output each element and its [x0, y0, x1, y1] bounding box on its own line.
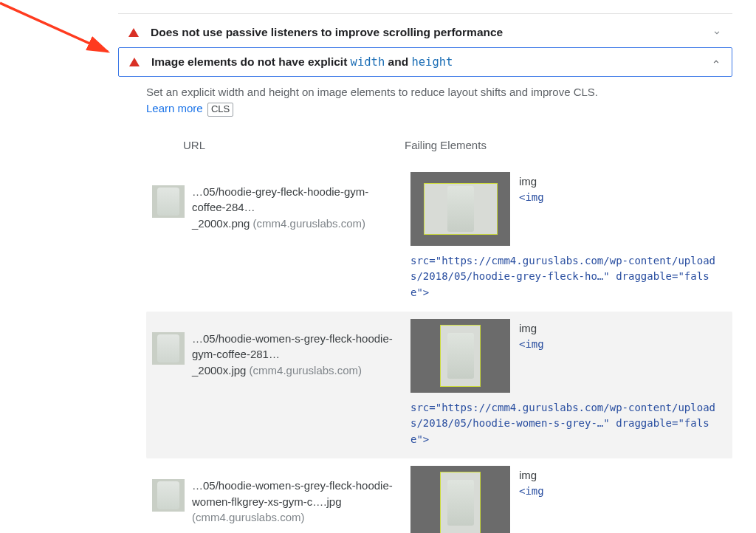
- audit-row-image-size[interactable]: Image elements do not have explicit widt…: [118, 47, 732, 77]
- url-thumbnail: [152, 479, 185, 512]
- url-thumbnail: [152, 332, 185, 365]
- cls-chip: CLS: [207, 103, 233, 117]
- url-cell: …05/hoodie-women-s-grey-fleck-hoodie-wom…: [192, 478, 410, 526]
- code-keyword-height: height: [411, 55, 453, 69]
- audit-row-passive-listeners[interactable]: Does not use passive listeners to improv…: [118, 18, 732, 47]
- audit-title: Does not use passive listeners to improv…: [151, 26, 712, 39]
- url-cell: …05/hoodie-grey-fleck-hoodie-gym-coffee-…: [192, 184, 410, 232]
- table-row: …05/hoodie-grey-fleck-hoodie-gym-coffee-…: [146, 165, 732, 312]
- column-header-failing: Failing Elements: [405, 139, 732, 151]
- url-domain: (cmm4.guruslabs.com): [253, 217, 366, 230]
- description-text: Set an explicit width and height on imag…: [146, 86, 598, 98]
- element-preview: [410, 172, 510, 246]
- warning-triangle-icon: [129, 58, 140, 66]
- element-source: src="https://cmm4.guruslabs.com/wp-conte…: [410, 253, 726, 301]
- url-domain: (cmm4.guruslabs.com): [192, 511, 305, 523]
- warning-triangle-icon: [128, 28, 139, 37]
- table-row: …05/hoodie-women-s-grey-fleck-hoodie-wom…: [146, 458, 732, 533]
- element-tag-open: <img: [519, 484, 544, 499]
- failing-elements-table: URL Failing Elements …05/hoodie-grey-fle…: [118, 123, 732, 533]
- failing-cell: img <img src="https://cmm4.guruslabs.com…: [410, 172, 726, 301]
- audit-title: Image elements do not have explicit widt…: [151, 55, 711, 69]
- audit-description: Set an explicit width and height on imag…: [118, 77, 732, 123]
- element-label: img: [519, 467, 544, 484]
- table-row: …05/hoodie-women-s-grey-fleck-hoodie-gym…: [146, 312, 732, 458]
- url-path: …05/hoodie-women-s-grey-fleck-hoodie-gym…: [192, 332, 393, 361]
- learn-more-link[interactable]: Learn more: [146, 102, 203, 114]
- title-text: Image elements do not have explicit: [151, 55, 351, 68]
- divider: [118, 13, 732, 14]
- element-preview: [410, 466, 510, 533]
- element-label: img: [519, 173, 544, 190]
- table-header-row: URL Failing Elements: [146, 139, 732, 151]
- code-keyword-width: width: [351, 55, 385, 69]
- element-source: src="https://cmm4.guruslabs.com/wp-conte…: [410, 400, 726, 448]
- element-preview: [410, 319, 510, 393]
- element-label: img: [519, 320, 544, 337]
- url-path: …05/hoodie-grey-fleck-hoodie-gym-coffee-…: [192, 185, 368, 214]
- title-text: and: [385, 55, 411, 68]
- url-thumbnail: [152, 185, 185, 218]
- column-header-url: URL: [146, 139, 405, 151]
- element-tag-open: <img: [519, 190, 544, 205]
- failing-cell: img <img src="https://cmm4.guruslabs.com…: [410, 319, 726, 448]
- url-domain: (cmm4.guruslabs.com): [250, 364, 362, 376]
- url-path: …05/hoodie-women-s-grey-fleck-hoodie-wom…: [192, 479, 393, 508]
- failing-cell: img <img src="https://cmm4.guruslabs.com…: [410, 466, 726, 533]
- url-filename: _2000x.jpg: [192, 364, 246, 376]
- chevron-down-icon: [712, 27, 722, 38]
- chevron-up-icon: [711, 57, 721, 67]
- url-filename: _2000x.png: [192, 217, 250, 230]
- element-tag-open: <img: [519, 337, 544, 352]
- url-cell: …05/hoodie-women-s-grey-fleck-hoodie-gym…: [192, 331, 410, 379]
